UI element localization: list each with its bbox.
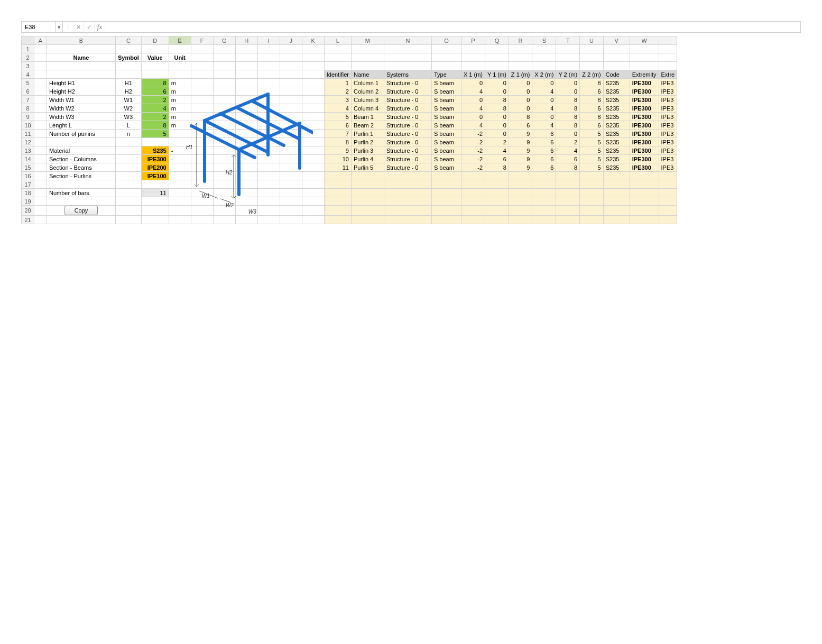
cell-2[interactable]: [659, 53, 677, 62]
spreadsheet-grid[interactable]: ABCDEFGHIJKLMNOPQRSTUVW 12NameSymbolValu…: [21, 36, 677, 224]
cell-18[interactable]: [659, 189, 677, 197]
col-header-B[interactable]: B: [47, 36, 116, 45]
cell-M6[interactable]: Column 2: [351, 87, 384, 96]
cell-F2[interactable]: [191, 53, 213, 62]
cell-Q1[interactable]: [485, 45, 509, 53]
select-all-corner[interactable]: [22, 36, 34, 45]
cell-T10[interactable]: 8: [556, 121, 580, 130]
col-header-A[interactable]: A: [34, 36, 47, 45]
cell-14[interactable]: IPE3: [659, 155, 677, 163]
cell-D11[interactable]: 5: [141, 130, 169, 138]
cell-D3[interactable]: [141, 62, 169, 70]
cell-V11[interactable]: S235: [603, 130, 630, 138]
cell-N13[interactable]: Structure - 0: [384, 146, 431, 155]
cell-U18[interactable]: [580, 189, 603, 197]
cell-U3[interactable]: [580, 62, 603, 70]
cell-M1[interactable]: [351, 45, 384, 53]
cell-W11[interactable]: IPE300: [630, 130, 659, 138]
cell-T7[interactable]: 8: [556, 96, 580, 104]
row-header-10[interactable]: 10: [22, 121, 34, 130]
cell-Q9[interactable]: 0: [485, 113, 509, 121]
cell-E21[interactable]: [169, 216, 191, 224]
cell-W5[interactable]: IPE300: [630, 79, 659, 87]
cell-C10[interactable]: L: [116, 121, 142, 130]
cell-U19[interactable]: [580, 197, 603, 206]
cell-S2[interactable]: [532, 53, 556, 62]
cell-Q21[interactable]: [485, 216, 509, 224]
cell-B17[interactable]: [47, 180, 116, 189]
cell-N19[interactable]: [384, 197, 431, 206]
cell-O1[interactable]: [431, 45, 461, 53]
cell-T16[interactable]: [556, 172, 580, 180]
cell-B13[interactable]: Material: [47, 146, 116, 155]
cell-I1[interactable]: [257, 45, 280, 53]
row-header-20[interactable]: 20: [22, 206, 34, 216]
cell-P18[interactable]: [461, 189, 485, 197]
cell-W10[interactable]: IPE300: [630, 121, 659, 130]
cell-S13[interactable]: 6: [532, 146, 556, 155]
cell-T4[interactable]: Y 2 (m): [556, 70, 580, 79]
cell-W15[interactable]: IPE300: [630, 163, 659, 172]
cell-B9[interactable]: Width W3: [47, 113, 116, 121]
cell-C11[interactable]: n: [116, 130, 142, 138]
row-header-5[interactable]: 5: [22, 79, 34, 87]
cell-D14[interactable]: IPE300: [141, 155, 169, 163]
cell-S11[interactable]: 6: [532, 130, 556, 138]
copy-button[interactable]: Copy: [64, 206, 98, 215]
cell-W4[interactable]: Extremity: [630, 70, 659, 79]
cell-P9[interactable]: 0: [461, 113, 485, 121]
cell-S9[interactable]: 0: [532, 113, 556, 121]
cell-R17[interactable]: [509, 180, 532, 189]
cell-W17[interactable]: [630, 180, 659, 189]
cell-V3[interactable]: [603, 62, 630, 70]
cell-W8[interactable]: IPE300: [630, 104, 659, 113]
row-header-9[interactable]: 9: [22, 113, 34, 121]
cell-P17[interactable]: [461, 180, 485, 189]
cell-L1[interactable]: [324, 45, 351, 53]
cell-J20[interactable]: [280, 206, 302, 216]
cell-W21[interactable]: [630, 216, 659, 224]
cell-M21[interactable]: [351, 216, 384, 224]
cell-Q17[interactable]: [485, 180, 509, 189]
cell-Q13[interactable]: 4: [485, 146, 509, 155]
cell-V17[interactable]: [603, 180, 630, 189]
cell-P6[interactable]: 4: [461, 87, 485, 96]
cell-R21[interactable]: [509, 216, 532, 224]
cell-P11[interactable]: -2: [461, 130, 485, 138]
row-header-11[interactable]: 11: [22, 130, 34, 138]
cell-O7[interactable]: S beam: [431, 96, 461, 104]
cell-N5[interactable]: Structure - 0: [384, 79, 431, 87]
cell-T2[interactable]: [556, 53, 580, 62]
cell-Q2[interactable]: [485, 53, 509, 62]
cell-B16[interactable]: Section - Purlins: [47, 172, 116, 180]
cell-B21[interactable]: [47, 216, 116, 224]
cell-V9[interactable]: S235: [603, 113, 630, 121]
cell-H21[interactable]: [235, 216, 257, 224]
cell-V10[interactable]: S235: [603, 121, 630, 130]
cell-K20[interactable]: [302, 206, 324, 216]
cell-W18[interactable]: [630, 189, 659, 197]
cell-W2[interactable]: [630, 53, 659, 62]
cell-S1[interactable]: [532, 45, 556, 53]
cell-Q12[interactable]: 2: [485, 138, 509, 146]
cell-B1[interactable]: [47, 45, 116, 53]
cell-Q20[interactable]: [485, 206, 509, 216]
cell-N2[interactable]: [384, 53, 431, 62]
cell-B18[interactable]: Number of bars: [47, 189, 116, 197]
cell-3[interactable]: [659, 62, 677, 70]
col-header-G[interactable]: G: [213, 36, 235, 45]
cell-6[interactable]: IPE3: [659, 87, 677, 96]
cell-N7[interactable]: Structure - 0: [384, 96, 431, 104]
cell-B14[interactable]: Section - Columns: [47, 155, 116, 163]
cell-B15[interactable]: Section - Beams: [47, 163, 116, 172]
cell-H3[interactable]: [235, 62, 257, 70]
cell-U21[interactable]: [580, 216, 603, 224]
cell-K1[interactable]: [302, 45, 324, 53]
cell-R12[interactable]: 9: [509, 138, 532, 146]
cell-G3[interactable]: [213, 62, 235, 70]
name-box[interactable]: E38: [22, 22, 56, 32]
cell-P21[interactable]: [461, 216, 485, 224]
cell-U9[interactable]: 8: [580, 113, 603, 121]
cell-M20[interactable]: [351, 206, 384, 216]
cell-D16[interactable]: IPE100: [141, 172, 169, 180]
